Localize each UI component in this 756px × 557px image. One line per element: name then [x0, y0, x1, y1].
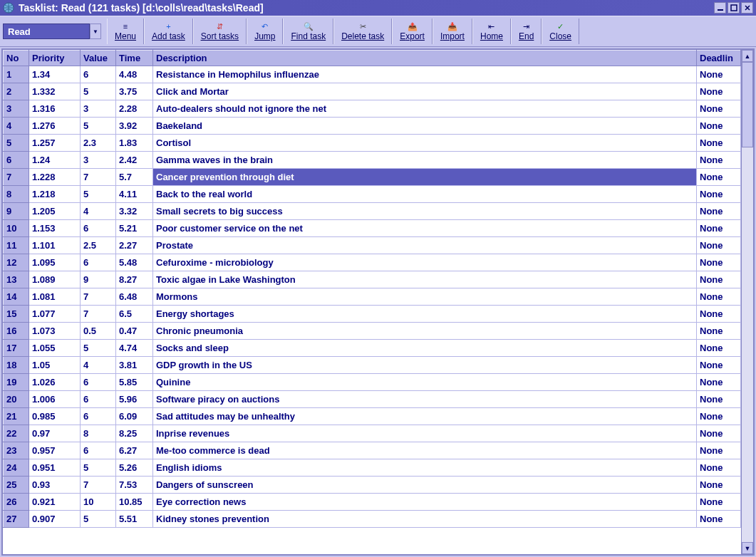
- find-task-button[interactable]: 🔍Find task: [283, 19, 333, 44]
- cell-deadline[interactable]: None: [697, 391, 741, 408]
- cell-no[interactable]: 2: [4, 83, 29, 100]
- cell-description[interactable]: Energy shortages: [153, 306, 697, 323]
- table-row[interactable]: 91.20543.32Small secrets to big successN…: [4, 203, 741, 220]
- table-row[interactable]: 191.02665.85QuinineNone: [4, 374, 741, 391]
- table-row[interactable]: 81.21854.11Back to the real worldNone: [4, 186, 741, 203]
- cell-time[interactable]: 7.53: [116, 477, 153, 494]
- cell-value[interactable]: 4: [81, 357, 116, 374]
- cell-time[interactable]: 8.25: [116, 425, 153, 442]
- cell-no[interactable]: 9: [4, 203, 29, 220]
- cell-time[interactable]: 8.27: [116, 271, 153, 288]
- export-button[interactable]: 📤Export: [392, 19, 433, 44]
- tasklist-combo[interactable]: ▼: [3, 24, 101, 39]
- cell-time[interactable]: 3.92: [116, 118, 153, 135]
- add-task-button[interactable]: +Add task: [144, 19, 193, 44]
- table-row[interactable]: 151.07776.5Energy shortagesNone: [4, 306, 741, 323]
- cell-priority[interactable]: 0.907: [29, 511, 81, 528]
- cell-no[interactable]: 6: [4, 152, 29, 169]
- cell-description[interactable]: Software piracy on auctions: [153, 391, 697, 408]
- cell-priority[interactable]: 1.218: [29, 186, 81, 203]
- cell-no[interactable]: 8: [4, 186, 29, 203]
- cell-description[interactable]: Eye correction news: [153, 494, 697, 511]
- cell-time[interactable]: 3.32: [116, 203, 153, 220]
- cell-value[interactable]: 6: [81, 374, 116, 391]
- tasklist-combo-dropdown[interactable]: ▼: [90, 24, 101, 39]
- table-row[interactable]: 181.0543.81GDP growth in the USNone: [4, 357, 741, 374]
- cell-deadline[interactable]: None: [697, 425, 741, 442]
- cell-time[interactable]: 6.5: [116, 306, 153, 323]
- cell-deadline[interactable]: None: [697, 459, 741, 477]
- cell-deadline[interactable]: None: [697, 442, 741, 459]
- cell-priority[interactable]: 0.951: [29, 459, 81, 477]
- table-row[interactable]: 210.98566.09Sad attitudes may be unhealt…: [4, 408, 741, 425]
- cell-description[interactable]: Back to the real world: [153, 186, 697, 203]
- close-button[interactable]: ✓Close: [542, 19, 579, 44]
- cell-description[interactable]: Chronic pneumonia: [153, 323, 697, 340]
- jump-button[interactable]: ↶Jump: [247, 19, 283, 44]
- cell-no[interactable]: 23: [4, 442, 29, 459]
- scroll-track[interactable]: [742, 62, 753, 542]
- cell-value[interactable]: 6: [81, 442, 116, 459]
- cell-value[interactable]: 6: [81, 408, 116, 425]
- cell-deadline[interactable]: None: [697, 152, 741, 169]
- cell-value[interactable]: 10: [81, 494, 116, 511]
- cell-priority[interactable]: 1.257: [29, 135, 81, 152]
- cell-description[interactable]: Cortisol: [153, 135, 697, 152]
- cell-time[interactable]: 5.96: [116, 391, 153, 408]
- cell-deadline[interactable]: None: [697, 477, 741, 494]
- table-row[interactable]: 141.08176.48MormonsNone: [4, 288, 741, 306]
- table-row[interactable]: 41.27653.92BaekelandNone: [4, 118, 741, 135]
- cell-priority[interactable]: 1.101: [29, 237, 81, 254]
- table-row[interactable]: 61.2432.42Gamma waves in the brainNone: [4, 152, 741, 169]
- end-button[interactable]: ⇥End: [511, 19, 542, 44]
- cell-priority[interactable]: 1.026: [29, 374, 81, 391]
- cell-deadline[interactable]: None: [697, 306, 741, 323]
- cell-time[interactable]: 2.42: [116, 152, 153, 169]
- cell-priority[interactable]: 0.921: [29, 494, 81, 511]
- cell-description[interactable]: Cefuroxime - microbiology: [153, 254, 697, 271]
- cell-time[interactable]: 2.28: [116, 100, 153, 118]
- cell-deadline[interactable]: None: [697, 135, 741, 152]
- table-row[interactable]: 270.90755.51Kidney stones preventionNone: [4, 511, 741, 528]
- cell-value[interactable]: 0.5: [81, 323, 116, 340]
- table-row[interactable]: 240.95155.26English idiomsNone: [4, 459, 741, 477]
- column-header-no[interactable]: No: [4, 51, 29, 66]
- cell-description[interactable]: Kidney stones prevention: [153, 511, 697, 528]
- cell-deadline[interactable]: None: [697, 118, 741, 135]
- cell-description[interactable]: Poor customer service on the net: [153, 220, 697, 237]
- cell-value[interactable]: 5: [81, 340, 116, 357]
- cell-value[interactable]: 2.3: [81, 135, 116, 152]
- cell-value[interactable]: 7: [81, 169, 116, 186]
- cell-time[interactable]: 3.75: [116, 83, 153, 100]
- cell-priority[interactable]: 1.081: [29, 288, 81, 306]
- cell-value[interactable]: 3: [81, 100, 116, 118]
- cell-priority[interactable]: 1.276: [29, 118, 81, 135]
- close-window-button[interactable]: [741, 2, 753, 14]
- sort-tasks-button[interactable]: ⇵Sort tasks: [193, 19, 247, 44]
- cell-deadline[interactable]: None: [697, 323, 741, 340]
- cell-deadline[interactable]: None: [697, 220, 741, 237]
- cell-time[interactable]: 5.51: [116, 511, 153, 528]
- cell-deadline[interactable]: None: [697, 83, 741, 100]
- table-row[interactable]: 250.9377.53Dangers of sunscreenNone: [4, 477, 741, 494]
- cell-deadline[interactable]: None: [697, 237, 741, 254]
- task-grid[interactable]: NoPriorityValueTimeDescriptionDeadlin 11…: [3, 50, 741, 554]
- cell-description[interactable]: Inprise revenues: [153, 425, 697, 442]
- column-header-description[interactable]: Description: [153, 51, 697, 66]
- cell-deadline[interactable]: None: [697, 494, 741, 511]
- cell-description[interactable]: Cancer prevention through diet: [153, 169, 697, 186]
- tasklist-combo-input[interactable]: [3, 24, 90, 39]
- cell-time[interactable]: 6.48: [116, 288, 153, 306]
- cell-description[interactable]: Sad attitudes may be unhealthy: [153, 408, 697, 425]
- cell-no[interactable]: 3: [4, 100, 29, 118]
- column-header-deadline[interactable]: Deadlin: [697, 51, 741, 66]
- cell-description[interactable]: Mormons: [153, 288, 697, 306]
- cell-priority[interactable]: 0.93: [29, 477, 81, 494]
- cell-no[interactable]: 15: [4, 306, 29, 323]
- cell-priority[interactable]: 0.957: [29, 442, 81, 459]
- cell-priority[interactable]: 1.073: [29, 323, 81, 340]
- cell-value[interactable]: 6: [81, 391, 116, 408]
- cell-priority[interactable]: 1.095: [29, 254, 81, 271]
- table-row[interactable]: 230.95766.27Me-too commerce is deadNone: [4, 442, 741, 459]
- cell-deadline[interactable]: None: [697, 186, 741, 203]
